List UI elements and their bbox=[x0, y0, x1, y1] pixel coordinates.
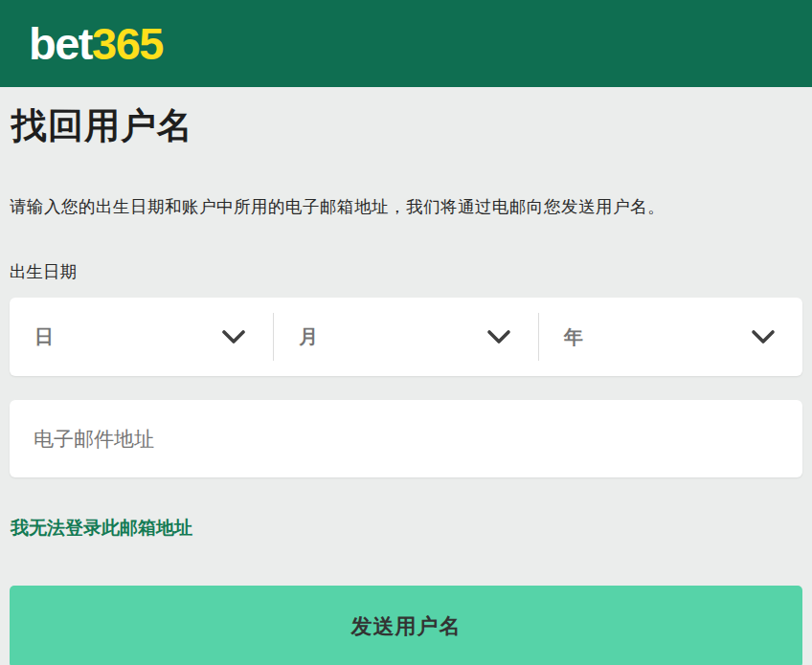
logo-365-text: 365 bbox=[92, 18, 163, 69]
find-username-form: 找回用户名 请输入您的出生日期和账户中所用的电子邮箱地址，我们将通过电邮向您发送… bbox=[0, 102, 812, 665]
dob-month-select[interactable]: 月 bbox=[274, 298, 537, 376]
dob-label: 出生日期 bbox=[10, 260, 802, 283]
chevron-down-icon bbox=[221, 329, 246, 344]
logo-bet-text: bet bbox=[29, 18, 92, 69]
page-title: 找回用户名 bbox=[11, 102, 801, 150]
email-input[interactable] bbox=[10, 400, 802, 477]
email-field-container bbox=[10, 400, 802, 477]
bet365-logo[interactable]: bet365 bbox=[29, 21, 163, 66]
dob-month-value: 月 bbox=[299, 324, 318, 350]
dob-day-value: 日 bbox=[34, 324, 54, 350]
dob-year-select[interactable]: 年 bbox=[539, 298, 802, 376]
dob-day-select[interactable]: 日 bbox=[10, 298, 273, 376]
chevron-down-icon bbox=[486, 329, 511, 344]
instruction-text: 请输入您的出生日期和账户中所用的电子邮箱地址，我们将通过电邮向您发送用户名。 bbox=[10, 195, 802, 218]
cannot-access-email-link[interactable]: 我无法登录此邮箱地址 bbox=[11, 516, 192, 541]
send-username-button[interactable]: 发送用户名 bbox=[10, 586, 802, 665]
chevron-down-icon bbox=[751, 329, 776, 344]
dob-year-value: 年 bbox=[564, 324, 583, 350]
header-bar: bet365 bbox=[0, 0, 812, 87]
dob-select-row: 日 月 年 bbox=[10, 298, 802, 376]
